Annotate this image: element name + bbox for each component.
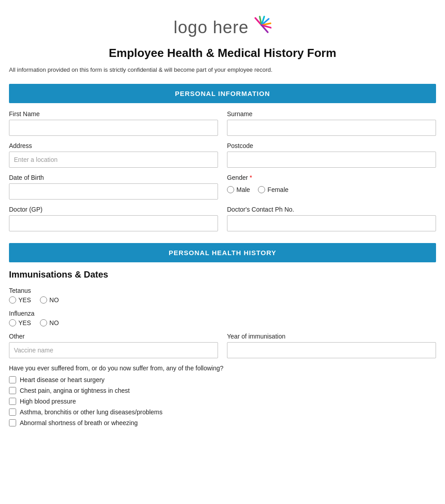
form-title: Employee Health & Medical History Form bbox=[9, 46, 436, 60]
doctor-contact-input[interactable] bbox=[227, 215, 436, 231]
influenza-yes-radio[interactable] bbox=[9, 319, 16, 326]
influenza-yes-text: YES bbox=[18, 319, 31, 326]
influenza-no-label[interactable]: NO bbox=[40, 319, 59, 326]
tetanus-yes-radio[interactable] bbox=[9, 296, 16, 304]
dob-group: Date of Birth bbox=[9, 174, 218, 200]
name-row: First Name Surname bbox=[9, 110, 436, 136]
influenza-label: Influenza bbox=[9, 310, 436, 317]
doctor-group: Doctor (GP) bbox=[9, 206, 218, 231]
influenza-yes-label[interactable]: YES bbox=[9, 319, 31, 326]
address-group: Address bbox=[9, 142, 218, 168]
year-immunisation-group: Year of immunisation bbox=[227, 333, 436, 358]
condition-label-1: Chest pain, angina or tightness in chest bbox=[20, 387, 130, 394]
other-vaccine-label: Other bbox=[9, 333, 218, 340]
immunisations-title: Immunisations & Dates bbox=[9, 269, 436, 280]
tetanus-label: Tetanus bbox=[9, 287, 436, 294]
dob-label: Date of Birth bbox=[9, 174, 218, 181]
address-row: Address Postcode bbox=[9, 142, 436, 168]
gender-required-star: * bbox=[250, 174, 252, 181]
condition-item-2: High blood pressure bbox=[9, 398, 436, 405]
postcode-group: Postcode bbox=[227, 142, 436, 168]
year-immunisation-label: Year of immunisation bbox=[227, 333, 436, 340]
condition-item-1: Chest pain, angina or tightness in chest bbox=[9, 387, 436, 394]
influenza-no-radio[interactable] bbox=[40, 319, 47, 326]
condition-label-3: Asthma, bronchitis or other lung disease… bbox=[20, 408, 162, 416]
tetanus-no-label[interactable]: NO bbox=[40, 296, 59, 304]
influenza-no-text: NO bbox=[49, 319, 59, 326]
first-name-label: First Name bbox=[9, 110, 218, 117]
doctor-contact-label: Doctor's Contact Ph No. bbox=[227, 206, 436, 213]
tetanus-yes-label[interactable]: YES bbox=[9, 296, 31, 304]
condition-item-3: Asthma, bronchitis or other lung disease… bbox=[9, 408, 436, 416]
female-label: Female bbox=[267, 186, 288, 193]
surname-input[interactable] bbox=[227, 120, 436, 136]
first-name-input[interactable] bbox=[9, 120, 218, 136]
logo-area: logo here bbox=[9, 9, 436, 42]
doctor-input[interactable] bbox=[9, 215, 218, 231]
surname-group: Surname bbox=[227, 110, 436, 136]
male-label: Male bbox=[236, 186, 250, 193]
dob-input[interactable] bbox=[9, 183, 218, 200]
female-radio[interactable] bbox=[258, 186, 265, 193]
postcode-input[interactable] bbox=[227, 152, 436, 168]
condition-checkbox-4[interactable] bbox=[9, 419, 16, 426]
tetanus-yes-text: YES bbox=[18, 296, 31, 304]
doctor-contact-group: Doctor's Contact Ph No. bbox=[227, 206, 436, 231]
first-name-group: First Name bbox=[9, 110, 218, 136]
gender-options: Male Female bbox=[227, 183, 436, 193]
gender-group: Gender * Male Female bbox=[227, 174, 436, 200]
female-radio-label[interactable]: Female bbox=[258, 186, 288, 193]
condition-checkbox-0[interactable] bbox=[9, 376, 16, 383]
page-container: logo here Employee Health & Medi bbox=[0, 0, 445, 443]
logo-text: logo here bbox=[174, 18, 249, 37]
influenza-item: Influenza YES NO bbox=[9, 310, 436, 326]
male-radio-label[interactable]: Male bbox=[227, 186, 250, 193]
conditions-list: Heart disease or heart surgery Chest pai… bbox=[9, 376, 436, 426]
confidential-note: All information provided on this form is… bbox=[9, 66, 436, 73]
gender-label: Gender * bbox=[227, 174, 436, 181]
address-input[interactable] bbox=[9, 152, 218, 168]
health-history-header: PERSONAL HEALTH HISTORY bbox=[9, 243, 436, 262]
year-immunisation-input[interactable] bbox=[227, 342, 436, 358]
surname-label: Surname bbox=[227, 110, 436, 117]
personal-info-header: PERSONAL INFORMATION bbox=[9, 84, 436, 103]
other-vaccine-row: Other Year of immunisation bbox=[9, 333, 436, 358]
condition-label-2: High blood pressure bbox=[20, 398, 76, 405]
condition-label-4: Abnormal shortness of breath or wheezing bbox=[20, 419, 138, 426]
condition-item-4: Abnormal shortness of breath or wheezing bbox=[9, 419, 436, 426]
dob-gender-row: Date of Birth Gender * Male Female bbox=[9, 174, 436, 200]
doctor-label: Doctor (GP) bbox=[9, 206, 218, 213]
male-radio[interactable] bbox=[227, 186, 234, 193]
condition-item-0: Heart disease or heart surgery bbox=[9, 376, 436, 383]
other-vaccine-group: Other bbox=[9, 333, 218, 358]
logo-icon bbox=[252, 15, 271, 37]
other-vaccine-input[interactable] bbox=[9, 342, 218, 358]
tetanus-no-text: NO bbox=[49, 296, 59, 304]
influenza-radio-row: YES NO bbox=[9, 319, 436, 326]
condition-checkbox-2[interactable] bbox=[9, 398, 16, 405]
tetanus-no-radio[interactable] bbox=[40, 296, 47, 304]
doctor-row: Doctor (GP) Doctor's Contact Ph No. bbox=[9, 206, 436, 231]
tetanus-radio-row: YES NO bbox=[9, 296, 436, 304]
tetanus-item: Tetanus YES NO bbox=[9, 287, 436, 304]
condition-checkbox-1[interactable] bbox=[9, 387, 16, 394]
condition-checkbox-3[interactable] bbox=[9, 408, 16, 416]
conditions-question: Have you ever suffered from, or do you n… bbox=[9, 365, 436, 372]
address-label: Address bbox=[9, 142, 218, 149]
postcode-label: Postcode bbox=[227, 142, 436, 149]
condition-label-0: Heart disease or heart surgery bbox=[20, 376, 105, 383]
